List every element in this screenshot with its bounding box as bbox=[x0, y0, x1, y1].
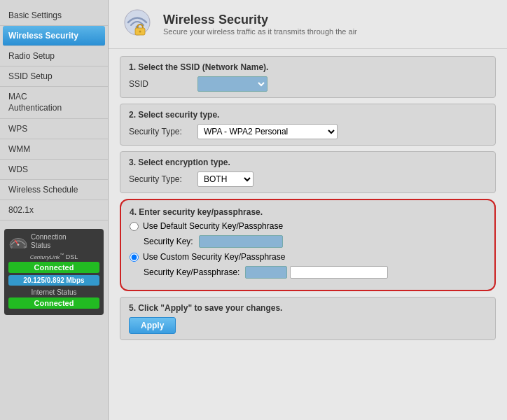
section-4: 4. Enter security key/passphrase. Use De… bbox=[120, 199, 496, 291]
provider-label: CenturyLink™ DSL bbox=[8, 253, 99, 260]
default-key-label: Use Default Security Key/Passphrase bbox=[143, 221, 283, 231]
section-1: 1. Select the SSID (Network Name). SSID bbox=[120, 56, 496, 98]
sidebar-item-wireless-security[interactable]: Wireless Security bbox=[3, 26, 105, 46]
section-3: 3. Select encryption type. Security Type… bbox=[120, 151, 496, 193]
sidebar-item-radio-setup[interactable]: Radio Setup bbox=[0, 46, 108, 66]
passphrase-row: Security Key/Passphrase: bbox=[130, 266, 486, 279]
sidebar-item-basic-settings[interactable]: Basic Settings bbox=[0, 6, 108, 26]
svg-text:100: 100 bbox=[23, 246, 27, 248]
encryption-type-label: Security Type: bbox=[129, 174, 192, 184]
custom-key-row: Use Custom Security Key/Passphrase bbox=[130, 252, 486, 262]
sidebar-item-8021x[interactable]: 802.1x bbox=[0, 200, 108, 220]
passphrase-filled-part bbox=[245, 266, 287, 279]
default-key-radio[interactable] bbox=[130, 222, 139, 231]
speedometer-icon: 0 100 bbox=[8, 234, 28, 248]
page-header: Wireless Security Secure your wireless t… bbox=[109, 0, 507, 49]
security-type-select[interactable]: WPA - WPA2 Personal WPA2 Personal WPA Pe… bbox=[197, 124, 338, 139]
sidebar-item-wireless-schedule[interactable]: Wireless Schedule bbox=[0, 180, 108, 200]
sidebar-item-wds[interactable]: WDS bbox=[0, 160, 108, 180]
security-key-display bbox=[199, 235, 283, 248]
sidebar-item-wmm[interactable]: WMM bbox=[0, 139, 108, 160]
section-3-title: 3. Select encryption type. bbox=[129, 158, 487, 167]
security-key-row: Security Key: bbox=[130, 235, 486, 248]
custom-key-label: Use Custom Security Key/Passphrase bbox=[143, 252, 285, 262]
custom-key-radio[interactable] bbox=[130, 253, 139, 262]
page-title: Wireless Security bbox=[163, 13, 357, 27]
security-type-label: Security Type: bbox=[129, 127, 192, 136]
speed-badge: 20.125/0.892 Mbps bbox=[8, 275, 99, 286]
section-4-title: 4. Enter security key/passphrase. bbox=[130, 207, 486, 217]
sidebar-item-mac-authentication[interactable]: MACAuthentication bbox=[0, 87, 108, 119]
main-content: Wireless Security Secure your wireless t… bbox=[109, 0, 507, 420]
section-5: 5. Click "Apply" to save your changes. A… bbox=[120, 297, 496, 340]
sidebar-item-ssid-setup[interactable]: SSID Setup bbox=[0, 66, 108, 87]
ssid-label: SSID bbox=[129, 79, 192, 89]
sidebar: Basic Settings Wireless Security Radio S… bbox=[0, 0, 109, 420]
sidebar-item-wps[interactable]: WPS bbox=[0, 119, 108, 139]
dsl-status-badge: Connected bbox=[8, 262, 99, 273]
internet-label: Internet Status bbox=[8, 288, 99, 296]
svg-point-2 bbox=[18, 244, 20, 246]
encryption-type-select[interactable]: BOTH AES TKIP bbox=[197, 172, 254, 187]
section-1-title: 1. Select the SSID (Network Name). bbox=[129, 62, 487, 72]
ssid-select[interactable] bbox=[197, 76, 268, 92]
svg-text:0: 0 bbox=[11, 246, 13, 248]
default-key-row: Use Default Security Key/Passphrase bbox=[130, 221, 486, 231]
wireless-security-icon bbox=[120, 8, 155, 40]
internet-status-badge: Connected bbox=[8, 298, 99, 309]
section-2: 2. Select security type. Security Type: … bbox=[120, 104, 496, 146]
page-subtitle: Secure your wireless traffic as it trans… bbox=[163, 27, 357, 36]
passphrase-label: Security Key/Passphrase: bbox=[144, 267, 239, 277]
apply-button[interactable]: Apply bbox=[129, 317, 176, 334]
security-key-label: Security Key: bbox=[144, 237, 193, 246]
connection-status-box: 0 100 ConnectionStatus CenturyLink™ DSL … bbox=[4, 229, 104, 315]
passphrase-input[interactable] bbox=[290, 266, 388, 279]
svg-point-8 bbox=[139, 31, 141, 33]
section-2-title: 2. Select security type. bbox=[129, 110, 487, 120]
section-5-title: 5. Click "Apply" to save your changes. bbox=[129, 303, 487, 313]
